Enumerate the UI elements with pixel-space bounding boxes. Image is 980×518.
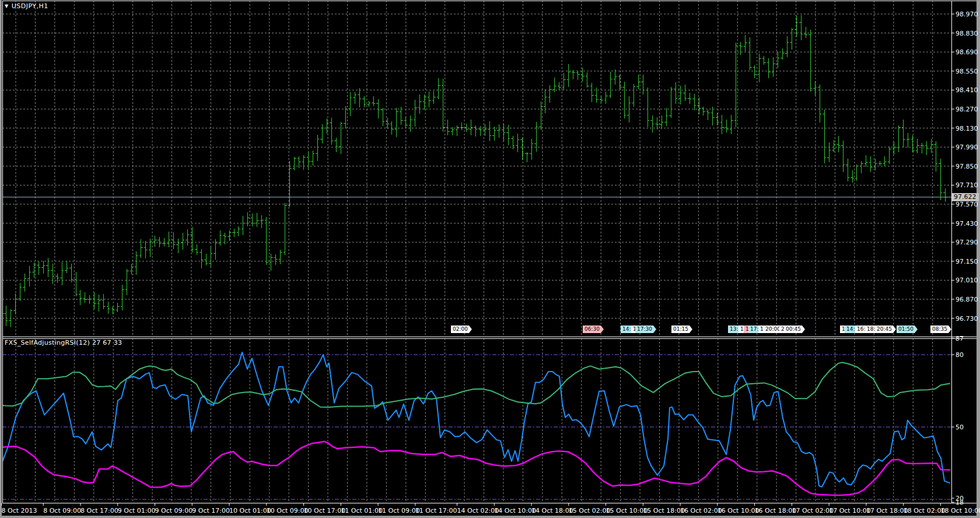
- time-axis-label: 14 Oct 10:00: [494, 507, 536, 514]
- time-axis-label: 16 Oct 18:00: [755, 507, 797, 514]
- price-axis-label: 98.550: [956, 68, 978, 75]
- time-axis-label: 15 Oct 10:00: [606, 507, 648, 514]
- symbol-label-text: USDJPY,H1: [12, 2, 48, 10]
- time-axis-label: 9 Oct 09:00: [155, 507, 193, 514]
- mt4-terminal: 98.97098.83098.69098.55098.41098.27098.1…: [0, 0, 980, 518]
- indicator-label: FX5_SelfAdjustingRSI(12) 27 67 33: [5, 339, 122, 346]
- triangle-down-icon: ▼: [5, 4, 9, 9]
- indicator-axis-label: 87: [956, 335, 964, 342]
- time-axis-label: 15 Oct 18:00: [643, 507, 685, 514]
- price-axis-label: 98.130: [956, 125, 978, 132]
- time-axis-label: 17 Oct 10:00: [829, 507, 871, 514]
- price-axis-label: 98.410: [956, 86, 978, 94]
- price-axis-label: 97.430: [956, 220, 978, 228]
- time-axis-label: 16 Oct 02:00: [680, 507, 722, 514]
- time-axis-label: 10 Oct 17:00: [304, 507, 346, 514]
- time-axis-label: 18 Oct 10:00: [940, 507, 980, 514]
- time-axis-label: 9 Oct 17:00: [192, 507, 230, 514]
- price-axis-label: 96.730: [956, 315, 978, 323]
- price-axis-label: 97.570: [956, 201, 978, 208]
- price-axis-label: 98.830: [956, 30, 978, 37]
- time-axis-label: 9 Oct 01:00: [118, 507, 156, 514]
- time-axis-label: 18 Oct 02:00: [904, 507, 946, 514]
- symbol-label: ▼ USDJPY,H1: [5, 2, 48, 10]
- time-axis-label: 14 Oct 18:00: [531, 507, 573, 514]
- price-axis-label: 97.150: [956, 258, 978, 265]
- price-axis-label: 97.850: [956, 163, 978, 170]
- time-axis-label: 15 Oct 02:00: [569, 507, 611, 514]
- time-axis-label: 17 Oct 18:00: [866, 507, 908, 514]
- chart-canvas[interactable]: 98.97098.83098.69098.55098.41098.27098.1…: [0, 0, 980, 518]
- time-axis-label: 8 Oct 2013: [2, 507, 37, 514]
- price-axis-label: 96.870: [956, 296, 978, 303]
- time-axis-label: 10 Oct 09:00: [267, 507, 309, 514]
- time-axis-label: 11 Oct 01:00: [341, 507, 383, 514]
- time-axis-label: 17 Oct 02:00: [792, 507, 834, 514]
- indicator-axis-label: 18: [956, 499, 964, 506]
- time-axis-label: 11 Oct 09:00: [378, 507, 420, 514]
- time-axis-label: 14 Oct 02:00: [457, 507, 499, 514]
- indicator-axis-label: 50: [956, 424, 964, 431]
- time-axis-label: 11 Oct 17:00: [415, 507, 457, 514]
- price-axis-label: 98.690: [956, 48, 978, 56]
- price-axis-label: 97.990: [956, 144, 978, 151]
- bid-price-badge: 97.622: [952, 193, 979, 201]
- price-axis-label: 97.290: [956, 239, 978, 246]
- price-axis-label: 97.710: [956, 181, 978, 189]
- time-axis-label: 10 Oct 01:00: [229, 507, 271, 514]
- time-axis-label: 8 Oct 17:00: [80, 507, 118, 514]
- indicator-axis-label: 80: [956, 351, 964, 359]
- time-axis-label: 16 Oct 10:00: [718, 507, 760, 514]
- time-axis-label: 8 Oct 09:00: [43, 507, 81, 514]
- price-axis-label: 98.970: [956, 10, 978, 18]
- price-axis-label: 97.010: [956, 276, 978, 284]
- price-axis-label: 98.270: [956, 106, 978, 113]
